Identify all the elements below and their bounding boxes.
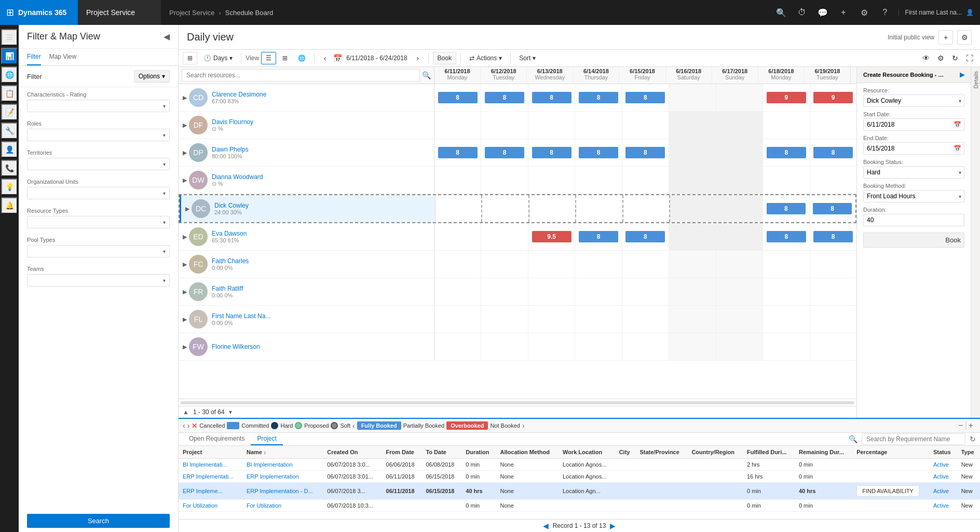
sidebar-notes-icon[interactable]: 📝 xyxy=(1,104,18,120)
sidebar-globe-icon[interactable]: 🌐 xyxy=(1,66,18,83)
booking-block[interactable]: 8 xyxy=(532,92,571,103)
resource-expand-0[interactable]: ▶ xyxy=(183,94,187,101)
pool-types-select[interactable] xyxy=(27,245,170,257)
resource-info-5[interactable]: ▶ ED Eva Dawson 65:30 81% xyxy=(179,223,434,250)
th-percentage[interactable]: Percentage xyxy=(852,446,929,459)
table-row-2-selected[interactable]: ERP Impleme... ERP Implementation - D...… xyxy=(179,483,980,500)
booking-block[interactable]: 8 xyxy=(767,147,806,158)
record-next-btn[interactable]: ▶ xyxy=(610,522,616,530)
list-view-btn[interactable]: ☰ xyxy=(261,52,276,64)
resource-expand-4[interactable]: ▶ xyxy=(185,206,189,212)
search-nav-icon[interactable]: 🔍 xyxy=(772,3,791,22)
resource-select[interactable]: Dick Cowley xyxy=(863,94,964,107)
view-settings-button[interactable]: ⚙ xyxy=(957,30,972,45)
th-project[interactable]: Project xyxy=(179,446,242,459)
name-link-0[interactable]: BI Implementation xyxy=(247,461,293,468)
breadcrumb-item-1[interactable]: Project Service xyxy=(169,9,214,17)
resource-info-6[interactable]: ▶ FC Faith Charles 0:00 0% xyxy=(179,251,434,278)
booking-block[interactable]: 8 xyxy=(625,231,665,242)
th-duration[interactable]: Duration xyxy=(461,446,496,459)
help-nav-icon[interactable]: ? xyxy=(876,3,894,22)
th-to-date[interactable]: To Date xyxy=(421,446,461,459)
name-link-1[interactable]: ERP Implementation xyxy=(247,473,299,480)
booking-cell-0-1[interactable]: 8 xyxy=(481,84,528,111)
name-link-2[interactable]: ERP Implementation - D... xyxy=(247,488,313,494)
booking-block[interactable]: 8 xyxy=(485,92,524,103)
brand-area[interactable]: ⊞ Dynamics 365 xyxy=(0,0,78,25)
resource-info-7[interactable]: ▶ FR Faith Ratliff 0:00 0% xyxy=(179,278,434,305)
table-row-3[interactable]: For Utilization For Utilization 06/07/20… xyxy=(179,500,980,512)
add-nav-icon[interactable]: + xyxy=(834,3,853,22)
resource-search-input[interactable] xyxy=(182,69,420,81)
right-details-panel[interactable]: Details xyxy=(971,67,980,418)
resource-info-4[interactable]: ▶ DC Dick Cowley 24:00 30% xyxy=(180,195,435,222)
map-view-btn[interactable]: 🌐 xyxy=(294,52,310,64)
prev-date-btn[interactable]: ‹ xyxy=(319,52,331,64)
options-button[interactable]: Options ▾ xyxy=(134,70,170,83)
settings-nav-icon[interactable]: ⚙ xyxy=(855,3,874,22)
end-date-calendar-icon[interactable]: 📅 xyxy=(954,145,961,152)
booking-panel-expand-btn[interactable]: ▶ xyxy=(960,71,964,78)
resource-types-select[interactable] xyxy=(27,216,170,228)
th-created-on[interactable]: Created On xyxy=(323,446,382,459)
resource-expand-3[interactable]: ▶ xyxy=(183,177,187,184)
th-alloc-method[interactable]: Allocation Method xyxy=(496,446,559,459)
booking-block[interactable]: 8 xyxy=(813,231,853,242)
project-link-0[interactable]: BI Implementati... xyxy=(183,461,227,468)
teams-select[interactable] xyxy=(27,274,170,287)
resource-expand-5[interactable]: ▶ xyxy=(183,234,187,240)
th-state[interactable]: State/Province xyxy=(635,446,687,459)
status-link-3[interactable]: Active xyxy=(933,502,949,509)
project-link-2[interactable]: ERP Impleme... xyxy=(183,488,223,494)
status-link-1[interactable]: Active xyxy=(933,473,949,480)
zoom-in-btn[interactable]: + xyxy=(969,421,973,430)
table-row-0[interactable]: BI Implementati... BI Implementation 06/… xyxy=(179,459,980,471)
sidebar-bulb-icon[interactable]: 💡 xyxy=(1,179,18,195)
start-date-input[interactable] xyxy=(863,118,964,131)
zoom-out-btn[interactable]: − xyxy=(958,421,963,430)
filter-tab-filter[interactable]: Filter xyxy=(27,49,41,65)
booking-block[interactable]: 8 xyxy=(813,147,853,158)
booking-block[interactable]: 8 xyxy=(579,231,618,242)
sidebar-dashboard-icon[interactable]: 📊 xyxy=(1,48,18,64)
resource-info-2[interactable]: ▶ DP Dawn Phelps 80:00 100% xyxy=(179,139,434,166)
resource-expand-2[interactable]: ▶ xyxy=(183,149,187,156)
booking-block[interactable]: 8 xyxy=(485,147,524,158)
project-link-1[interactable]: ERP Implementati... xyxy=(183,473,234,480)
booking-block[interactable]: 8 xyxy=(579,147,618,158)
sidebar-menu-icon[interactable]: ☰ xyxy=(1,29,18,46)
booking-block-red[interactable]: 9.5 xyxy=(532,231,571,242)
legend-nav-next-btn[interactable]: › xyxy=(522,421,525,430)
timer-nav-icon[interactable]: ⏱ xyxy=(793,3,811,22)
book-btn[interactable]: Book xyxy=(433,52,456,64)
th-work-location[interactable]: Work Location xyxy=(559,446,615,459)
characteristics-select[interactable] xyxy=(27,100,170,112)
find-availability-tooltip[interactable]: FIND AVAILABILITY xyxy=(856,485,919,497)
booking-cell-0-3[interactable]: 8 xyxy=(575,84,622,111)
resource-expand-7[interactable]: ▶ xyxy=(183,289,187,295)
legend-nav-prev-btn[interactable]: ‹ xyxy=(352,421,355,430)
table-row-1[interactable]: ERP Implementati... ERP Implementation 0… xyxy=(179,471,980,483)
sidebar-phone-icon[interactable]: 📞 xyxy=(1,160,18,176)
chat-nav-icon[interactable]: 💬 xyxy=(813,3,832,22)
resource-search-button[interactable]: 🔍 xyxy=(422,71,431,79)
start-date-calendar-icon[interactable]: 📅 xyxy=(954,121,961,128)
scrollbar-track[interactable] xyxy=(181,401,854,404)
booking-cell-0-8[interactable]: 9 xyxy=(810,84,856,111)
booking-block[interactable]: 8 xyxy=(438,147,478,158)
booking-block[interactable]: 8 xyxy=(579,92,618,103)
resource-info-8[interactable]: ▶ FL First Name Last Na... 0:00 0% xyxy=(179,306,434,333)
booking-block[interactable]: 8 xyxy=(767,203,806,214)
status-link-2[interactable]: Active xyxy=(933,488,949,494)
th-remaining[interactable]: Remaining Dur... xyxy=(795,446,852,459)
actions-btn[interactable]: ⇄ Actions ▾ xyxy=(465,52,506,64)
refresh-board-btn[interactable]: ↻ xyxy=(949,52,961,64)
resource-info-1[interactable]: ▶ DF Davis Flournoy ⊙ % xyxy=(179,112,434,139)
sidebar-user-icon[interactable]: 👤 xyxy=(1,141,18,158)
tab-project[interactable]: Project xyxy=(251,433,282,445)
filter-panel-collapse-btn[interactable]: ◀ xyxy=(164,32,170,42)
booking-block[interactable]: 8 xyxy=(625,92,665,103)
req-refresh-btn[interactable]: ↻ xyxy=(970,435,976,443)
project-link-3[interactable]: For Utilization xyxy=(183,502,217,509)
expand-full-btn[interactable]: ⛶ xyxy=(963,52,976,64)
